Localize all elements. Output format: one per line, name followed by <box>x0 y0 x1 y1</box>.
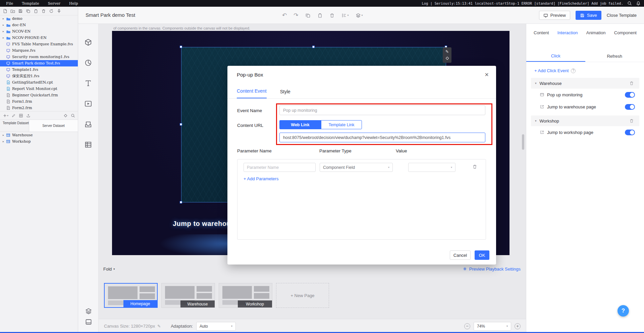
search-icon[interactable] <box>627 1 632 6</box>
tab-style[interactable]: Style <box>280 89 290 98</box>
component-text-icon[interactable] <box>84 79 92 87</box>
edit-canvas-size-icon[interactable]: ✎ <box>157 324 161 329</box>
menu-server[interactable]: Server <box>48 1 60 6</box>
menu-file[interactable]: File <box>6 1 13 6</box>
event-name-input[interactable] <box>279 105 485 115</box>
tab-server-dataset[interactable]: Server Dataset <box>29 120 78 132</box>
cancel-button[interactable]: Cancel <box>450 250 471 260</box>
expand-arrow-icon[interactable]: ▸ <box>3 134 6 137</box>
menu-help[interactable]: Help <box>69 1 78 6</box>
tree-item-fvs-table-marquee[interactable]: FVS Table Marquee Example.fvs <box>0 41 78 47</box>
close-template-button[interactable]: Close Template <box>607 13 637 18</box>
preview-button[interactable]: Preview <box>539 11 570 20</box>
dataset-item-workshop[interactable]: ▸Workshop <box>0 138 78 145</box>
zoom-level-select[interactable]: 74% ▾ <box>474 322 511 331</box>
board-panel-icon[interactable] <box>85 318 92 326</box>
event-item-jump-warehouse[interactable]: Jump to warehouse page <box>531 101 639 113</box>
locate-icon[interactable] <box>63 113 68 118</box>
refresh-icon[interactable] <box>49 9 54 13</box>
expand-arrow-icon[interactable]: ▸ <box>3 36 6 39</box>
group-header-warehouse[interactable]: ▾ Warehouse <box>531 78 639 89</box>
copy-icon[interactable] <box>26 9 31 13</box>
tree-item-smart-park-selected[interactable]: Smart Park demo Test.fvs <box>0 60 78 66</box>
tab-content[interactable]: Content <box>534 30 549 35</box>
delete-icon[interactable] <box>41 9 46 13</box>
tab-component[interactable]: Component <box>614 30 637 35</box>
undo-icon[interactable]: ↶ <box>282 12 287 18</box>
event-toggle-on[interactable] <box>625 92 635 98</box>
preview-playback-settings-link[interactable]: Preview Playback Settings <box>463 267 521 272</box>
locate-component-icon[interactable] <box>445 56 449 60</box>
dataset-item-warehouse[interactable]: ▸Warehouse <box>0 132 78 138</box>
help-circle-icon[interactable]: ? <box>571 68 576 73</box>
ok-button[interactable]: OK <box>475 250 489 260</box>
delete-group-icon[interactable] <box>629 81 634 86</box>
edit-dataset-icon[interactable] <box>11 113 16 118</box>
server-log-text[interactable]: Log | Seriously:15:13:41 localhost-start… <box>422 1 623 5</box>
tab-template-dataset[interactable]: Template Dataset <box>0 120 29 132</box>
page-thumbnail-workshop[interactable]: Workshop <box>219 283 272 308</box>
delete-parameter-icon[interactable] <box>472 164 477 169</box>
component-table-icon[interactable] <box>84 141 92 149</box>
redo-icon[interactable]: ↷ <box>293 12 298 18</box>
event-item-jump-workshop[interactable]: Jump to workshop page <box>531 126 639 138</box>
save-icon[interactable] <box>18 9 23 13</box>
tree-item-beginner-quickstart[interactable]: Beginner Quickstart.frm <box>0 92 78 98</box>
expand-arrow-icon[interactable]: ▸ <box>3 23 6 27</box>
tab-content-event[interactable]: Content Event <box>237 88 267 98</box>
paste-icon[interactable] <box>34 9 38 13</box>
search-dataset-icon[interactable] <box>71 113 75 118</box>
subtab-refresh[interactable]: Refresh <box>585 50 644 62</box>
copy-component-icon[interactable] <box>305 13 311 18</box>
component-3d-icon[interactable] <box>84 38 92 46</box>
group-header-workshop[interactable]: ▾ Workshop <box>531 115 639 126</box>
component-widget-icon[interactable] <box>84 120 92 128</box>
delete-component-icon[interactable] <box>329 13 335 18</box>
tree-item-report-visit[interactable]: Report Visit Monitor.cpt <box>0 86 78 92</box>
tab-interaction[interactable]: Interaction <box>557 30 578 35</box>
expand-arrow-icon[interactable]: ▸ <box>3 140 6 143</box>
tree-item-form2[interactable]: Form2.frm <box>0 105 78 111</box>
add-click-event-button[interactable]: + Add Click Event ? <box>526 62 644 78</box>
page-thumbnail-warehouse[interactable]: Warehouse <box>161 283 215 308</box>
selection-handle[interactable] <box>180 201 182 203</box>
event-toggle-on[interactable] <box>625 104 635 110</box>
component-media-icon[interactable] <box>84 100 92 108</box>
new-folder-icon[interactable] <box>10 9 15 13</box>
close-icon[interactable]: × <box>485 71 489 78</box>
help-button[interactable]: ? <box>618 305 629 317</box>
component-chart-icon[interactable] <box>84 59 92 67</box>
event-toggle-on[interactable] <box>625 130 635 135</box>
selection-handle[interactable] <box>180 46 182 48</box>
content-url-input[interactable] <box>279 133 485 142</box>
edit-component-icon[interactable]: ✎ <box>445 50 449 54</box>
subtab-click[interactable]: Click <box>526 50 585 62</box>
tree-item-ncov-en[interactable]: ▸NCOV-EN <box>0 28 78 35</box>
new-file-icon[interactable] <box>3 9 7 13</box>
tree-item-gettingstarted[interactable]: GettingStartedEN.cpt <box>0 79 78 86</box>
layer-tool[interactable]: ▾ <box>356 13 363 18</box>
adaptation-select[interactable]: Auto ▾ <box>196 322 236 331</box>
expand-arrow-icon[interactable]: ▸ <box>3 17 6 20</box>
add-parameters-link[interactable]: + Add Parameters <box>244 176 278 181</box>
new-page-button[interactable]: + New Page <box>276 283 329 308</box>
pin-icon[interactable] <box>57 9 61 13</box>
add-dataset-icon[interactable]: ▾ <box>3 113 8 118</box>
tree-item-doc-en[interactable]: ▸doc-EN <box>0 22 78 28</box>
tab-animation[interactable]: Animation <box>586 30 606 35</box>
grid-view-icon[interactable] <box>19 113 23 118</box>
parameter-type-select[interactable]: Component Field ▾ <box>320 163 393 172</box>
expand-arrow-icon[interactable]: ▸ <box>3 30 6 33</box>
event-item-popup-monitoring[interactable]: Pop up monitoring <box>531 89 639 101</box>
template-link-button[interactable]: Template Link <box>321 120 362 129</box>
parameter-value-select[interactable]: ▾ <box>408 163 455 172</box>
tree-item-demo[interactable]: ▸demo <box>0 15 78 22</box>
paste-component-icon[interactable] <box>317 13 323 18</box>
notification-bell-icon[interactable] <box>636 1 641 6</box>
delete-group-icon[interactable] <box>629 118 634 123</box>
canvas-scrollbar[interactable] <box>522 134 524 150</box>
parameter-name-input[interactable] <box>244 163 316 172</box>
fold-toggle[interactable]: Fold▾ <box>103 267 115 272</box>
selection-handle[interactable] <box>312 46 315 48</box>
tree-item-marquee[interactable]: Marquee.fvs <box>0 47 78 54</box>
